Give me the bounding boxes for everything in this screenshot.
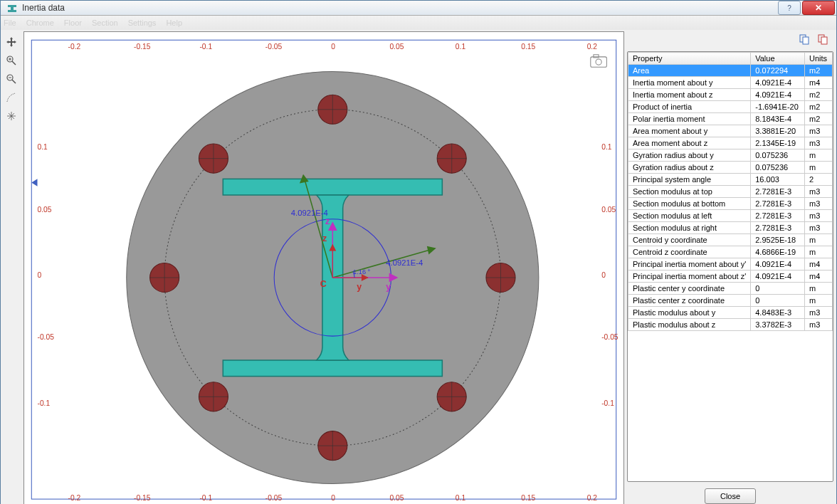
- table-row[interactable]: Product of inertia-1.6941E-20m2: [628, 101, 833, 113]
- section-drawing: -0.2 -0.15 -0.1 -0.05 0 0.05 0.1 0.15 0.…: [24, 32, 623, 504]
- svg-text:4.0921E-4: 4.0921E-4: [291, 209, 328, 217]
- menu-item[interactable]: File: [4, 19, 16, 27]
- svg-text:-0.05: -0.05: [601, 333, 618, 341]
- close-button[interactable]: Close: [705, 488, 756, 504]
- svg-line-4: [12, 61, 16, 65]
- svg-text:-0.15: -0.15: [134, 43, 151, 51]
- table-row[interactable]: Section modulus at left2.7281E-3m3: [628, 210, 833, 222]
- table-row[interactable]: Plastic center y coordinate0m: [628, 283, 833, 295]
- table-row[interactable]: Area0.072294m2: [628, 65, 833, 77]
- menubar: File Chrome Floor Section Settings Help: [1, 16, 836, 30]
- titlebar: Inertia data ? ✕: [1, 1, 836, 16]
- svg-text:y: y: [357, 282, 362, 292]
- svg-text:0.05: 0.05: [601, 206, 616, 214]
- window: Inertia data ? ✕ File Chrome Floor Secti…: [0, 0, 837, 504]
- svg-text:z: z: [322, 233, 327, 243]
- svg-text:-0.15: -0.15: [134, 494, 151, 502]
- table-row[interactable]: Centroid y coordinate2.9525E-18m: [628, 234, 833, 246]
- table-row[interactable]: Plastic modulus about z3.3782E-3m3: [628, 319, 833, 331]
- measure-icon: [6, 92, 17, 103]
- svg-rect-67: [223, 360, 442, 377]
- col-value[interactable]: Value: [751, 53, 805, 65]
- svg-text:0.15: 0.15: [521, 494, 535, 502]
- svg-text:0.2: 0.2: [587, 494, 598, 502]
- table-row[interactable]: Principal inertia moment about z'4.0921E…: [628, 271, 833, 283]
- svg-text:z: z: [325, 216, 330, 226]
- svg-text:0: 0: [37, 271, 41, 279]
- content: File Chrome Floor Section Settings Help: [1, 16, 836, 504]
- menu-item[interactable]: Settings: [128, 19, 157, 27]
- camera-icon: [591, 55, 607, 67]
- svg-text:-0.05: -0.05: [265, 494, 283, 502]
- menu-item[interactable]: Chrome: [26, 19, 54, 27]
- zoom-in-icon: [6, 55, 17, 66]
- menu-item[interactable]: Floor: [64, 19, 82, 27]
- svg-text:0.1: 0.1: [37, 143, 48, 151]
- property-table[interactable]: Property Value Units Area0.072294m2Inert…: [628, 52, 833, 331]
- svg-text:0: 0: [331, 43, 335, 51]
- measure-tool[interactable]: [4, 90, 19, 105]
- table-row[interactable]: Gyration radius about y0.075236m: [628, 149, 833, 162]
- copy-red-icon: [817, 33, 828, 45]
- svg-text:-0.1: -0.1: [601, 399, 614, 407]
- canvas[interactable]: -0.2 -0.15 -0.1 -0.05 0 0.05 0.1 0.15 0.…: [23, 31, 624, 504]
- svg-rect-66: [223, 179, 442, 195]
- left-toolbar: [4, 31, 21, 504]
- window-title: Inertia data: [22, 3, 777, 13]
- zoom-out-tool[interactable]: [4, 71, 19, 87]
- copy-button[interactable]: [796, 31, 812, 47]
- table-row[interactable]: Section modulus at bottom2.7281E-3m3: [628, 198, 833, 210]
- svg-text:-0.1: -0.1: [199, 43, 212, 51]
- svg-text:-0.1: -0.1: [37, 399, 50, 407]
- svg-text:0: 0: [331, 494, 335, 502]
- table-row[interactable]: Gyration radius about z0.075236m: [628, 162, 833, 174]
- snap-tool[interactable]: [4, 108, 19, 124]
- menu-item[interactable]: Help: [166, 19, 182, 27]
- close-window-button[interactable]: ✕: [802, 1, 835, 15]
- table-row[interactable]: Area moment about y3.3881E-20m3: [628, 125, 833, 137]
- table-row[interactable]: Principal inertia moment about y'4.0921E…: [628, 258, 833, 271]
- svg-point-91: [596, 59, 601, 65]
- table-row[interactable]: Area moment about z2.1345E-19m3: [628, 137, 833, 149]
- snap-icon: [6, 110, 17, 122]
- svg-text:0.1: 0.1: [601, 143, 612, 151]
- app-icon: [6, 2, 18, 14]
- svg-marker-39: [31, 179, 37, 186]
- svg-text:-0.2: -0.2: [68, 43, 81, 51]
- copy-red-button[interactable]: [815, 31, 831, 47]
- svg-text:0.2: 0.2: [587, 43, 598, 51]
- pan-tool[interactable]: [4, 34, 19, 50]
- move-icon: [6, 36, 17, 48]
- svg-line-8: [12, 80, 16, 83]
- table-row[interactable]: Inertia moment about y4.0921E-4m4: [628, 77, 833, 89]
- table-row[interactable]: Centroid z coordinate4.6866E-19m: [628, 246, 833, 258]
- svg-text:C: C: [320, 279, 327, 289]
- svg-text:0: 0: [601, 271, 606, 279]
- table-row[interactable]: Section modulus at top2.7281E-3m3: [628, 186, 833, 198]
- svg-text:0.1: 0.1: [456, 494, 466, 502]
- col-property[interactable]: Property: [628, 53, 751, 65]
- copy-icon: [799, 33, 810, 45]
- zoom-out-icon: [6, 73, 17, 85]
- table-row[interactable]: Polar inertia moment8.1843E-4m2: [628, 113, 833, 125]
- svg-text:-0.1: -0.1: [199, 494, 212, 502]
- table-row[interactable]: Plastic modulus about y4.8483E-3m3: [628, 307, 833, 319]
- svg-text:-0.05: -0.05: [265, 43, 283, 51]
- svg-rect-95: [821, 37, 827, 44]
- help-button[interactable]: ?: [778, 1, 801, 15]
- table-row[interactable]: Section modulus at right2.7281E-3m3: [628, 222, 833, 234]
- svg-text:0.05: 0.05: [37, 206, 51, 214]
- menu-item[interactable]: Section: [92, 19, 118, 27]
- svg-text:4.0921E-4: 4.0921E-4: [386, 258, 423, 267]
- table-row[interactable]: Inertia moment about z4.0921E-4m2: [628, 89, 833, 101]
- svg-rect-89: [591, 57, 607, 67]
- svg-text:0.05: 0.05: [389, 494, 404, 502]
- svg-text:1.16 °: 1.16 °: [353, 268, 371, 275]
- zoom-in-tool[interactable]: [4, 53, 19, 68]
- property-table-wrap: Property Value Units Area0.072294m2Inert…: [627, 51, 833, 482]
- col-units[interactable]: Units: [805, 53, 833, 65]
- svg-text:0.15: 0.15: [521, 43, 535, 51]
- svg-text:-0.05: -0.05: [37, 333, 54, 341]
- table-row[interactable]: Plastic center z coordinate0m: [628, 295, 833, 307]
- table-row[interactable]: Principal system angle16.0032: [628, 174, 833, 186]
